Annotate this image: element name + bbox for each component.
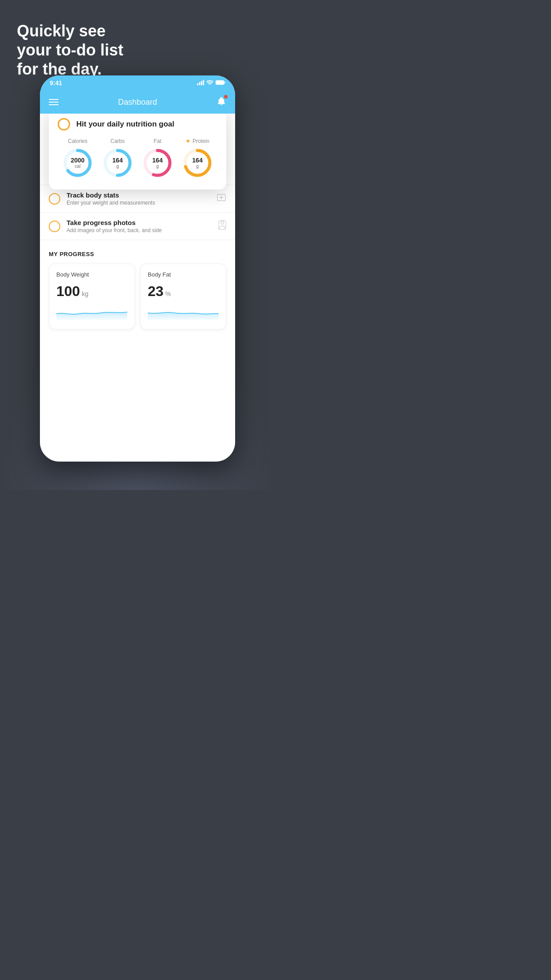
protein-star-icon: ★ — [185, 138, 191, 144]
person-icon — [218, 220, 226, 232]
carbs-unit: g — [112, 164, 122, 169]
scale-icon — [216, 193, 226, 204]
fat-unit: g — [152, 164, 162, 169]
nav-bar: Dashboard — [40, 91, 235, 114]
body-weight-value-row: 100 kg — [56, 283, 127, 300]
svg-point-18 — [220, 221, 224, 224]
body-stats-check-circle[interactable] — [49, 193, 60, 205]
calories-value: 2000 — [71, 157, 84, 163]
phone-frame: 9:41 — [40, 75, 235, 462]
svg-rect-3 — [203, 80, 205, 85]
nutrition-card-header: Hit your daily nutrition goal — [58, 118, 217, 130]
nutrition-card: Hit your daily nutrition goal Calories 2… — [49, 114, 226, 190]
protein-label: ★ Protein — [185, 138, 209, 144]
notification-bell-button[interactable] — [216, 96, 226, 108]
nav-title: Dashboard — [118, 98, 157, 107]
carbs-label: Carbs — [110, 138, 125, 144]
photos-title: Take progress photos — [67, 219, 212, 226]
body-stats-title: Track body stats — [67, 191, 210, 199]
nutrition-card-title: Hit your daily nutrition goal — [76, 120, 174, 129]
calories-unit: cal — [71, 164, 84, 169]
svg-rect-19 — [219, 221, 226, 229]
progress-header: MY PROGRESS — [49, 251, 226, 257]
photos-text: Take progress photos Add images of your … — [67, 219, 212, 233]
progress-cards: Body Weight 100 kg — [49, 264, 226, 329]
battery-icon — [216, 80, 225, 87]
protein-unit: g — [192, 164, 202, 169]
photos-subtitle: Add images of your front, back, and side — [67, 227, 212, 233]
calories-item: Calories 2000 cal — [62, 138, 94, 179]
fat-value: 164 — [152, 157, 162, 163]
carbs-item: Carbs 164 g — [102, 138, 134, 179]
body-stats-subtitle: Enter your weight and measurements — [67, 200, 210, 206]
signal-icon — [197, 80, 204, 87]
body-fat-chart — [148, 304, 219, 320]
status-time: 9:41 — [50, 79, 62, 87]
body-weight-unit: kg — [82, 290, 88, 297]
svg-rect-1 — [199, 82, 201, 85]
status-bar: 9:41 — [40, 75, 235, 91]
fat-label: Fat — [153, 138, 161, 144]
body-weight-chart — [56, 304, 127, 320]
protein-item: ★ Protein 164 g — [181, 138, 213, 179]
photos-check-circle[interactable] — [49, 221, 60, 232]
content-area: THINGS TO DO TODAY Hit your daily nutrit… — [40, 114, 235, 462]
svg-rect-2 — [201, 81, 202, 85]
fat-item: Fat 164 g — [142, 138, 173, 179]
svg-rect-6 — [224, 81, 225, 83]
svg-point-4 — [209, 84, 210, 85]
calories-donut: 2000 cal — [62, 147, 94, 179]
body-stats-text: Track body stats Enter your weight and m… — [67, 191, 210, 206]
fat-donut: 164 g — [142, 147, 173, 179]
body-fat-unit: % — [165, 290, 171, 297]
protein-donut: 164 g — [181, 147, 213, 179]
calories-label: Calories — [68, 138, 87, 144]
nutrition-check-circle[interactable] — [58, 118, 70, 130]
notification-badge — [224, 95, 228, 99]
body-weight-card-title: Body Weight — [56, 271, 127, 278]
nutrition-row: Calories 2000 cal Carbs — [58, 138, 217, 179]
body-fat-value-row: 23 % — [148, 283, 219, 300]
body-weight-value: 100 — [56, 283, 80, 300]
carbs-value: 164 — [112, 157, 122, 163]
hamburger-menu-button[interactable] — [49, 99, 59, 105]
status-icons — [197, 80, 225, 87]
svg-rect-0 — [197, 83, 198, 85]
wifi-icon — [206, 80, 213, 87]
body-fat-value: 23 — [148, 283, 164, 300]
todo-item-photos[interactable]: Take progress photos Add images of your … — [40, 213, 235, 240]
protein-value: 164 — [192, 157, 202, 164]
carbs-donut: 164 g — [102, 147, 134, 179]
body-fat-card-title: Body Fat — [148, 271, 219, 278]
body-fat-card[interactable]: Body Fat 23 % — [140, 264, 226, 329]
svg-rect-5 — [216, 80, 224, 85]
progress-section: MY PROGRESS Body Weight 100 kg — [40, 240, 235, 329]
headline: Quickly see your to-do list for the day. — [17, 21, 123, 79]
body-weight-card[interactable]: Body Weight 100 kg — [49, 264, 135, 329]
